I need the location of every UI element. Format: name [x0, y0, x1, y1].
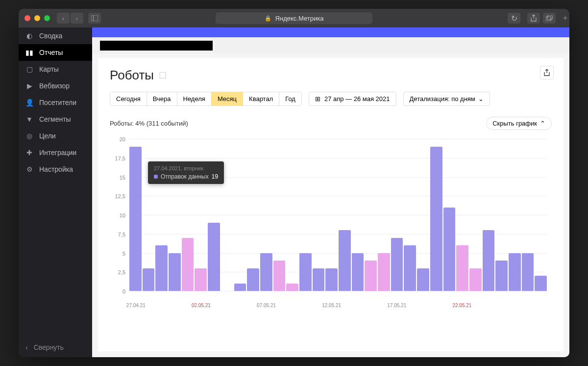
period-btn[interactable]: Месяц	[212, 92, 243, 105]
svg-rect-2	[546, 17, 551, 21]
address-bar[interactable]: 🔒 Яндекс.Метрика	[216, 12, 372, 24]
chevron-down-icon: ⌄	[478, 95, 484, 103]
page-title: Роботы	[110, 68, 154, 83]
bar[interactable]	[509, 253, 521, 291]
page-header: Роботы ☐	[110, 68, 552, 83]
reload-button[interactable]: ↻	[508, 13, 520, 24]
maximize-icon[interactable]	[44, 15, 50, 21]
hide-chart-button[interactable]: Скрыть график ⌃	[486, 117, 552, 130]
period-btn[interactable]: Год	[279, 92, 301, 105]
forward-button[interactable]: ›	[71, 13, 83, 24]
sidebar-item-3[interactable]: ▶Вебвизор	[19, 78, 92, 94]
tabs-button[interactable]	[543, 13, 556, 24]
bar[interactable]	[299, 253, 312, 291]
gauge-icon: ◐	[25, 32, 33, 40]
bar[interactable]	[404, 245, 416, 291]
x-tick-label: 07.05.21	[257, 303, 276, 308]
y-tick-label: 15	[120, 175, 125, 181]
controls-row: СегодняВчераНеделяМесяцКварталГод ⊞ 27 а…	[110, 92, 552, 106]
svg-rect-3	[547, 15, 552, 20]
period-btn[interactable]: Квартал	[243, 92, 279, 105]
bar[interactable]	[273, 261, 286, 291]
export-button[interactable]	[540, 66, 554, 79]
sidebar-item-7[interactable]: ✚Интеграции	[19, 144, 92, 161]
close-icon[interactable]	[24, 15, 30, 21]
y-tick-label: 10	[120, 212, 125, 218]
detail-selector[interactable]: Детализация: по дням ⌄	[403, 92, 490, 106]
bar[interactable]	[195, 268, 207, 291]
period-btn[interactable]: Вчера	[147, 92, 177, 105]
bar[interactable]	[495, 261, 508, 291]
lock-icon: 🔒	[265, 15, 271, 22]
bar[interactable]	[430, 147, 442, 291]
browser-window: ‹ › 🔒 Яндекс.Метрика ↻ + ◐Сводка▮▮Отчеты…	[19, 9, 569, 357]
nav-buttons: ‹ ›	[57, 13, 83, 24]
funnel-icon: ▼	[25, 115, 33, 123]
bar[interactable]	[247, 268, 259, 291]
bar[interactable]	[535, 276, 547, 291]
back-button[interactable]: ‹	[57, 13, 70, 24]
y-tick-label: 5	[122, 251, 125, 257]
collapse-sidebar[interactable]: ‹ Свернуть	[19, 338, 92, 357]
browser-titlebar: ‹ › 🔒 Яндекс.Метрика ↻ +	[19, 9, 569, 27]
y-tick-label: 12,5	[115, 193, 125, 199]
bar[interactable]	[469, 268, 482, 291]
calendar-icon: ⊞	[315, 95, 320, 103]
person-icon: 👤	[25, 99, 33, 106]
sidebar-item-4[interactable]: 👤Посетители	[19, 94, 92, 111]
sidebar-item-8[interactable]: ⚙Настройка	[19, 161, 92, 178]
period-btn[interactable]: Сегодня	[110, 92, 147, 105]
y-tick-label: 7,5	[118, 232, 125, 237]
svg-rect-0	[91, 15, 98, 21]
period-btn[interactable]: Неделя	[177, 92, 212, 105]
bar-chart: 02,557,51012,51517,520 27.04.2102.05.210…	[110, 139, 552, 306]
bar[interactable]	[443, 208, 456, 291]
x-tick-label: 27.04.21	[126, 303, 146, 308]
x-tick-label: 17.05.21	[387, 303, 406, 308]
minimize-icon[interactable]	[34, 15, 40, 21]
bar[interactable]	[313, 268, 325, 291]
chart-tooltip: 27.04.2021, вторник Отправок данных 19	[148, 161, 224, 184]
stats-row: Роботы: 4% (311 событий) Скрыть график ⌃	[110, 117, 552, 130]
sidebar-item-5[interactable]: ▼Сегменты	[19, 111, 92, 128]
sidebar-item-2[interactable]: ▢Карты	[19, 61, 92, 78]
bookmark-icon[interactable]: ☐	[159, 70, 167, 81]
bar[interactable]	[182, 238, 194, 291]
app-body: ◐Сводка▮▮Отчеты▢Карты▶Вебвизор👤Посетител…	[19, 27, 569, 357]
bar[interactable]	[352, 253, 364, 291]
new-tab-button[interactable]: +	[563, 14, 567, 23]
bar[interactable]	[260, 253, 272, 291]
y-tick-label: 2,5	[118, 269, 125, 275]
sidebar-item-1[interactable]: ▮▮Отчеты	[19, 44, 92, 61]
bar[interactable]	[391, 238, 403, 291]
sidebar-item-6[interactable]: ◎Цели	[19, 128, 92, 144]
bar[interactable]	[169, 253, 181, 291]
bar[interactable]	[234, 284, 246, 291]
bar[interactable]	[378, 253, 390, 291]
bar[interactable]	[286, 284, 298, 291]
sidebar: ◐Сводка▮▮Отчеты▢Карты▶Вебвизор👤Посетител…	[19, 27, 92, 357]
bar[interactable]	[483, 230, 495, 291]
bar[interactable]	[325, 268, 338, 291]
bar[interactable]	[143, 268, 155, 291]
bars-icon: ▮▮	[25, 49, 33, 56]
bar[interactable]	[456, 245, 468, 291]
sidebar-item-0[interactable]: ◐Сводка	[19, 27, 92, 44]
bar[interactable]	[522, 253, 534, 291]
bar[interactable]	[155, 245, 168, 291]
gridline: 0	[129, 291, 547, 291]
x-tick-label: 02.05.21	[192, 303, 211, 308]
share-button[interactable]	[527, 13, 540, 24]
bar[interactable]	[417, 268, 429, 291]
tabs-icon	[546, 15, 553, 21]
map-icon: ▢	[25, 65, 33, 73]
date-range-picker[interactable]: ⊞ 27 апр — 26 мая 2021	[309, 92, 396, 106]
site-name-redacted	[100, 41, 213, 51]
chevron-left-icon: ‹	[25, 343, 28, 351]
share-icon	[531, 15, 537, 22]
bar[interactable]	[129, 147, 142, 291]
bar[interactable]	[208, 223, 220, 291]
sidebar-toggle-button[interactable]	[88, 13, 101, 24]
bar[interactable]	[365, 261, 377, 291]
bar[interactable]	[339, 230, 351, 291]
